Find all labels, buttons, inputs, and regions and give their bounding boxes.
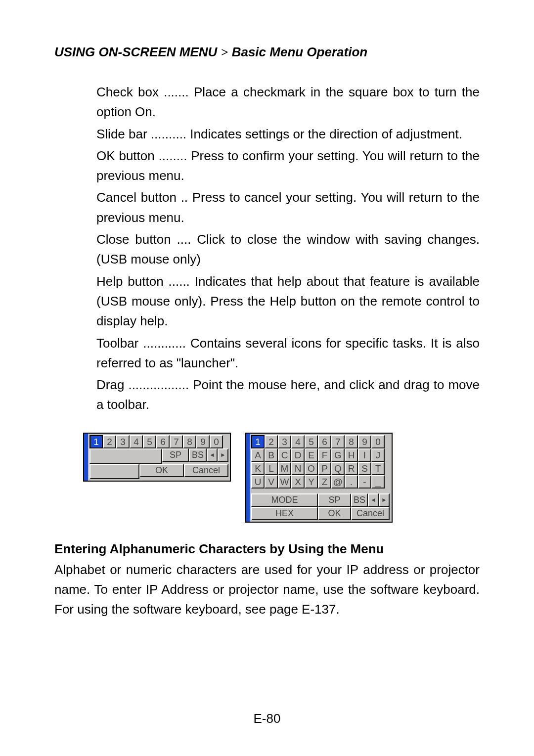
alpha-key[interactable]: I <box>358 448 371 462</box>
cancel-button[interactable]: Cancel <box>184 464 228 477</box>
numeric-keypad: 1234567890 SP BS ◄ ► OK Cancel <box>83 433 231 482</box>
alpha-key[interactable]: Y <box>305 475 318 489</box>
left-arrow-key[interactable]: ◄ <box>368 493 379 507</box>
alpha-key[interactable]: 4 <box>291 435 305 448</box>
numeric-key-row: 1234567890 <box>89 435 228 448</box>
alpha-key[interactable]: M <box>278 462 291 475</box>
alpha-key[interactable]: T <box>371 462 385 475</box>
alpha-key-row: UVWXYZ@.-_ <box>251 475 390 489</box>
right-arrow-key[interactable]: ► <box>379 493 390 507</box>
alpha-key[interactable]: N <box>291 462 305 475</box>
definition-term: OK button <box>96 148 155 163</box>
num-key-4[interactable]: 4 <box>130 435 143 448</box>
alpha-key[interactable]: J <box>371 448 385 462</box>
sp-key[interactable]: SP <box>318 493 351 507</box>
alpha-key[interactable]: X <box>291 475 305 489</box>
alpha-key[interactable]: 3 <box>278 435 291 448</box>
alpha-key[interactable]: @ <box>331 475 345 489</box>
alpha-key[interactable]: G <box>331 448 345 462</box>
alpha-key[interactable]: D <box>291 448 305 462</box>
leader-dots: ........ <box>159 148 187 163</box>
num-key-5[interactable]: 5 <box>143 435 156 448</box>
hex-button[interactable]: HEX <box>251 507 318 520</box>
definition-row: OK button ........ Press to confirm your… <box>96 146 480 186</box>
alpha-key[interactable]: 9 <box>358 435 371 448</box>
alpha-key[interactable]: B <box>265 448 278 462</box>
leader-dots: .......... <box>151 127 186 141</box>
alpha-key[interactable]: 2 <box>265 435 278 448</box>
bs-key[interactable]: BS <box>189 448 207 462</box>
section-subheading: Entering Alphanumeric Characters by Usin… <box>54 541 480 557</box>
alpha-key[interactable]: W <box>278 475 291 489</box>
bs-key[interactable]: BS <box>351 493 368 507</box>
alpha-key[interactable]: - <box>358 475 371 489</box>
spacer <box>89 448 162 464</box>
body-paragraph: Alphabet or numeric characters are used … <box>54 560 480 620</box>
definition-term: Cancel button <box>96 190 177 205</box>
num-key-2[interactable]: 2 <box>103 435 116 448</box>
alpha-key[interactable]: 7 <box>331 435 345 448</box>
page-number: E-80 <box>54 711 480 726</box>
definition-term: Help button <box>96 274 164 289</box>
alpha-key-row: KLMNOPQRST <box>251 462 390 475</box>
leader-dots: .. <box>181 190 188 205</box>
definition-term: Slide bar <box>96 127 147 141</box>
breadcrumb-separator: > <box>221 45 228 59</box>
spacer <box>89 464 139 479</box>
right-arrow-key[interactable]: ► <box>218 448 228 462</box>
ok-button[interactable]: OK <box>139 464 184 477</box>
num-key-7[interactable]: 7 <box>170 435 183 448</box>
alpha-key[interactable]: K <box>251 462 265 475</box>
sp-key[interactable]: SP <box>162 448 189 462</box>
definition-row: Cancel button .. Press to cancel your se… <box>96 187 480 227</box>
keyboard-figures: 1234567890 SP BS ◄ ► OK Cancel 123456 <box>54 433 480 523</box>
alpha-key[interactable]: . <box>345 475 358 489</box>
alpha-key[interactable]: 1 <box>251 435 265 448</box>
alpha-key[interactable]: _ <box>371 475 385 489</box>
num-key-6[interactable]: 6 <box>156 435 170 448</box>
definition-row: Check box ....... Place a checkmark in t… <box>96 82 480 122</box>
cancel-button[interactable]: Cancel <box>351 507 390 520</box>
alpha-key[interactable]: 0 <box>371 435 385 448</box>
breadcrumb: USING ON-SCREEN MENU > Basic Menu Operat… <box>54 44 480 60</box>
left-arrow-key[interactable]: ◄ <box>207 448 218 462</box>
definition-row: Drag ................. Point the mouse h… <box>96 375 480 415</box>
definition-term: Drag <box>96 377 124 392</box>
alpha-key[interactable]: S <box>358 462 371 475</box>
alpha-key[interactable]: 6 <box>318 435 331 448</box>
mode-button[interactable]: MODE <box>251 493 318 507</box>
num-key-3[interactable]: 3 <box>116 435 130 448</box>
leader-dots: .... <box>177 232 191 247</box>
alpha-key[interactable]: C <box>278 448 291 462</box>
alpha-key[interactable]: Q <box>331 462 345 475</box>
alpha-keypad: 1234567890ABCDEFGHIJKLMNOPQRSTUVWXYZ@.-_… <box>245 433 393 523</box>
alpha-key[interactable]: U <box>251 475 265 489</box>
alpha-key[interactable]: O <box>305 462 318 475</box>
num-key-1[interactable]: 1 <box>89 435 103 448</box>
definition-row: Toolbar ............ Contains several ic… <box>96 333 480 373</box>
definition-term: Toolbar <box>96 336 138 351</box>
leader-dots: ............ <box>143 336 186 351</box>
definition-term: Close button <box>96 232 171 247</box>
alpha-key[interactable]: L <box>265 462 278 475</box>
num-key-9[interactable]: 9 <box>196 435 210 448</box>
definition-row: Help button ...... Indicates that help a… <box>96 271 480 331</box>
ok-button[interactable]: OK <box>318 507 351 520</box>
alpha-key[interactable]: R <box>345 462 358 475</box>
alpha-key[interactable]: 8 <box>345 435 358 448</box>
alpha-key[interactable]: A <box>251 448 265 462</box>
leader-dots: ....... <box>164 85 189 99</box>
num-key-8[interactable]: 8 <box>183 435 196 448</box>
alpha-key[interactable]: H <box>345 448 358 462</box>
alpha-key[interactable]: F <box>318 448 331 462</box>
definition-term: Check box <box>96 85 159 99</box>
alpha-key[interactable]: E <box>305 448 318 462</box>
definition-row: Close button .... Click to close the win… <box>96 229 480 269</box>
num-key-0[interactable]: 0 <box>210 435 223 448</box>
alpha-key[interactable]: V <box>265 475 278 489</box>
alpha-key[interactable]: Z <box>318 475 331 489</box>
alpha-key-row: ABCDEFGHIJ <box>251 448 390 462</box>
alpha-key[interactable]: 5 <box>305 435 318 448</box>
definition-description: Indicates settings or the direction of a… <box>190 127 462 141</box>
alpha-key[interactable]: P <box>318 462 331 475</box>
